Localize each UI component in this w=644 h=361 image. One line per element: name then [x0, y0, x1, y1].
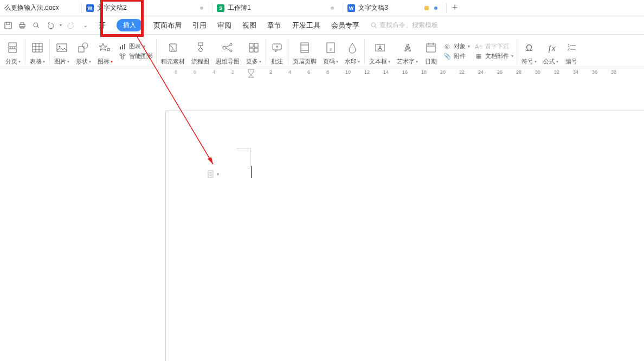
mindmap-button[interactable]: 思维导图 [212, 35, 243, 68]
dropdown-icon: ▾ [143, 44, 145, 49]
command-search[interactable]: 查找命令、搜索模板 [370, 21, 438, 30]
mindmap-icon [221, 40, 234, 55]
menu-references[interactable]: 引用 [192, 21, 207, 30]
shapes-button[interactable]: 形状▾ [73, 35, 94, 68]
dropdown-icon: ▾ [358, 59, 360, 64]
dropdown-icon: ▾ [43, 59, 45, 64]
modified-dot-icon [200, 7, 203, 10]
comment-button[interactable]: 批注 [267, 35, 287, 68]
ruler-indent-marker[interactable] [247, 68, 255, 78]
print-icon[interactable] [17, 21, 27, 30]
svg-rect-9 [9, 43, 16, 47]
doc-tab-2[interactable]: W 文字文稿2 [82, 0, 212, 16]
print-preview-icon[interactable] [31, 21, 41, 30]
smartart-button[interactable]: 智能图形 [118, 52, 153, 61]
svg-point-27 [123, 54, 125, 56]
wordart-button[interactable]: A 艺术字▾ [394, 35, 421, 68]
svg-point-5 [34, 23, 38, 27]
page-number-button[interactable]: # 页码▾ [320, 35, 342, 68]
ribbon-separator [517, 39, 517, 64]
ribbon-separator [156, 39, 157, 64]
insert-ribbon: 分页▾ 表格▾ 图片▾ 形状▾ 图标▾ 图表▾ 智能图形 稻壳素材 流程图 [0, 35, 644, 68]
svg-text:ƒx: ƒx [548, 44, 556, 53]
ribbon-separator [49, 39, 50, 64]
page-top-edge [165, 111, 644, 111]
more-button[interactable]: 更多▾ [243, 35, 265, 68]
main-menu: 开 插入 页面布局 引用 审阅 视图 章节 开发工具 会员专享 [99, 19, 359, 31]
symbol-button[interactable]: Ω 符号▾ [518, 35, 540, 68]
dropdown-icon: ▾ [416, 59, 418, 64]
menu-insert[interactable]: 插入 [117, 19, 143, 31]
menu-review[interactable]: 审阅 [217, 21, 231, 30]
tab-label: 文字文稿3 [358, 3, 388, 12]
picture-button[interactable]: 图片▾ [51, 35, 73, 68]
header-footer-button[interactable]: 页眉页脚 [289, 35, 320, 68]
shapes-icon [77, 40, 90, 55]
undo-dropdown-icon[interactable]: ▾ [60, 23, 62, 28]
svg-rect-40 [254, 43, 258, 47]
icons-icon [99, 40, 112, 55]
textbox-button[interactable]: A 文本框▾ [366, 35, 394, 68]
tab-label: 么更换输入法.docx [4, 3, 59, 12]
svg-marker-22 [107, 48, 110, 51]
svg-line-8 [375, 27, 377, 28]
document-tabs-bar: 么更换输入法.docx W 文字文稿2 S 工作簿1 W 文字文稿3 + [0, 0, 644, 16]
search-placeholder: 查找命令、搜索模板 [379, 21, 438, 30]
flowchart-icon [194, 40, 207, 55]
menu-home[interactable]: 开 [99, 21, 106, 30]
new-tab-button[interactable]: + [447, 2, 463, 14]
redo-icon[interactable] [66, 21, 76, 30]
doc-tab-3[interactable]: S 工作簿1 [212, 0, 343, 16]
attach-icon: 📎 [443, 52, 452, 61]
document-editing-area[interactable]: ▾ [0, 79, 644, 361]
menu-member[interactable]: 会员专享 [331, 21, 359, 30]
header-footer-icon [298, 40, 311, 55]
svg-point-18 [59, 46, 61, 48]
dropdown-icon: ▾ [217, 172, 219, 177]
equation-icon: ƒx [544, 40, 557, 55]
icons-button[interactable]: 图标▾ [94, 35, 116, 68]
dropdown-icon: ▾ [556, 59, 558, 64]
docer-icon [166, 40, 179, 55]
svg-line-29 [121, 56, 122, 57]
dropdown-icon: ▾ [468, 44, 470, 49]
flowchart-button[interactable]: 流程图 [188, 35, 212, 68]
doc-tab-1[interactable]: 么更换输入法.docx [0, 0, 81, 16]
docer-button[interactable]: 稻壳素材 [158, 35, 188, 68]
dropdown-icon: ▾ [259, 59, 261, 64]
tab-active-dot-icon [434, 7, 437, 10]
qat-more-icon[interactable]: ⌄ [80, 21, 90, 30]
doc-tab-4[interactable]: W 文字文稿3 [343, 0, 446, 16]
quickparts-button[interactable]: ▦文档部件▾ [474, 52, 513, 61]
dropdown-icon: ▾ [534, 59, 537, 64]
save-icon[interactable] [3, 21, 13, 30]
attachment-button[interactable]: 📎附件 [443, 52, 470, 61]
undo-icon[interactable] [46, 21, 55, 30]
symbol-icon: Ω [523, 40, 536, 55]
chart-button[interactable]: 图表▾ [118, 42, 153, 51]
date-button[interactable]: 日期 [421, 35, 441, 68]
margin-guide [250, 149, 251, 168]
numbering-button[interactable]: 12 编号 [562, 35, 581, 68]
more-icon [247, 40, 260, 55]
equation-button[interactable]: ƒx 公式▾ [540, 35, 562, 68]
dropcap-button[interactable]: A≡首字下沉 [474, 42, 513, 51]
search-icon [370, 22, 377, 29]
object-button[interactable]: ◎对象▾ [443, 42, 470, 51]
table-button[interactable]: 表格▾ [27, 35, 48, 68]
horizontal-ruler[interactable]: 8 6 4 2 2 4 6 8 10 12 14 16 18 20 22 24 … [0, 68, 644, 79]
svg-marker-64 [248, 69, 254, 75]
page-break-button[interactable]: 分页▾ [2, 35, 24, 68]
menu-dev-tools[interactable]: 开发工具 [292, 21, 320, 30]
menu-page-layout[interactable]: 页面布局 [153, 21, 182, 30]
menu-chapter[interactable]: 章节 [267, 21, 281, 30]
svg-rect-46 [301, 43, 308, 53]
dropcap-parts-group: A≡首字下沉 ▦文档部件▾ [472, 35, 516, 68]
menu-view[interactable]: 视图 [242, 21, 256, 30]
svg-rect-54 [427, 44, 435, 52]
svg-text:A: A [378, 45, 382, 51]
svg-marker-32 [198, 48, 203, 52]
dropdown-icon: ▾ [18, 59, 21, 64]
watermark-button[interactable]: 水印▾ [342, 35, 363, 68]
section-navigator-button[interactable]: ▾ [207, 170, 219, 178]
